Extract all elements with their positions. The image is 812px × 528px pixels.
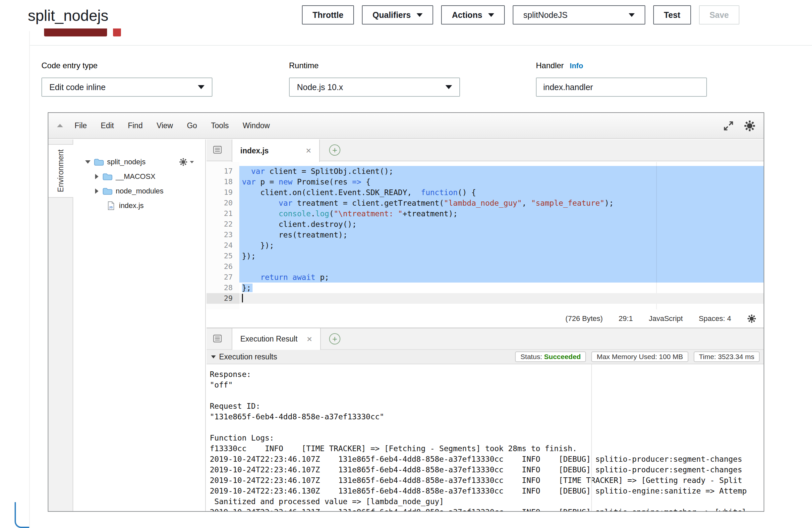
gutter-line-28[interactable]: 28	[206, 282, 239, 293]
results-tabbar: Execution Result × +	[206, 327, 764, 349]
environment-tab[interactable]: Environment	[48, 144, 73, 198]
indent-setting[interactable]: Spaces: 4	[699, 314, 731, 323]
collapse-panel-icon[interactable]	[57, 124, 63, 127]
pane-list-icon[interactable]	[213, 145, 222, 156]
throttle-label: Throttle	[313, 10, 343, 20]
status-badge: Time: 3523.34 ms	[694, 351, 760, 362]
tree-item-split_nodejs[interactable]: split_nodejs	[74, 155, 205, 169]
alias-select[interactable]: splitNodeJS	[513, 5, 645, 25]
header-divider	[29, 45, 812, 46]
code-line-27[interactable]: return await p;	[239, 272, 764, 282]
code-line-23[interactable]: res(treatment);	[239, 230, 764, 240]
test-button[interactable]: Test	[653, 5, 691, 25]
gutter-line-21[interactable]: 21	[206, 208, 239, 219]
code-line-19[interactable]: client.on(client.Event.SDK_READY, functi…	[239, 187, 764, 198]
svg-text:JS: JS	[109, 206, 112, 209]
gutter-line-27[interactable]: 27	[206, 272, 239, 282]
disclosure-down-icon	[211, 355, 216, 358]
editor-tabbar: index.js × +	[206, 140, 764, 161]
environment-tab-label: Environment	[56, 149, 65, 192]
throttle-button[interactable]: Throttle	[302, 5, 354, 25]
code-line-29[interactable]	[239, 293, 764, 304]
editor-menubar: FileEditFindViewGoToolsWindow	[48, 113, 764, 139]
alias-value: splitNodeJS	[523, 10, 567, 20]
statusbar-gear-icon[interactable]	[747, 314, 756, 323]
chevron-down-icon	[198, 85, 204, 89]
pane-list-icon[interactable]	[213, 334, 222, 345]
caret-down-icon[interactable]	[85, 160, 90, 164]
code-line-28[interactable]: };	[239, 282, 764, 293]
code-entry-type-label: Code entry type	[41, 61, 213, 71]
editor-status-bar: (726 Bytes) 29:1 JavaScript Spaces: 4	[206, 309, 764, 327]
tree-item-label: index.js	[119, 201, 144, 210]
log-line: 2019-10-24T22:23:46.130Z 131e865f-6eb4-4…	[210, 486, 764, 496]
tab-index-js[interactable]: index.js ×	[232, 140, 320, 162]
qualifiers-button[interactable]: Qualifiers	[362, 5, 433, 25]
menu-tools[interactable]: Tools	[204, 121, 236, 130]
menu-file[interactable]: File	[68, 121, 94, 130]
result-badges: Status: SucceededMax Memory Used: 100 MB…	[515, 351, 760, 362]
tree-item-node_modules[interactable]: node_modules	[74, 184, 205, 199]
log-line: Response:	[210, 369, 764, 380]
language-mode[interactable]: JavaScript	[649, 314, 683, 323]
editor-body: Environment split_nodejs__MACOSXnode_mod…	[48, 140, 764, 511]
tree-settings-gear-icon[interactable]	[179, 158, 194, 166]
cursor-position[interactable]: 29:1	[619, 314, 633, 323]
handler-info-link[interactable]: Info	[570, 62, 583, 70]
close-tab-icon[interactable]: ×	[307, 335, 312, 344]
chevron-down-icon	[629, 13, 635, 17]
handler-input[interactable]	[536, 77, 707, 97]
qualifiers-label: Qualifiers	[373, 10, 411, 20]
menu-window[interactable]: Window	[236, 121, 277, 130]
gutter-line-23[interactable]: 23	[206, 230, 239, 240]
fullscreen-icon[interactable]	[723, 120, 734, 131]
gutter-line-26[interactable]: 26	[206, 261, 239, 272]
selection-chunk: };	[242, 283, 252, 292]
gutter[interactable]: 17181920212223242526272829	[206, 162, 239, 309]
log-line: 2019-10-24T22:23:46.107Z 131e865f-6eb4-4…	[210, 454, 764, 465]
code-entry-type-select[interactable]: Edit code inline	[41, 77, 213, 97]
code-line-25[interactable]: });	[239, 251, 764, 261]
tab-execution-result[interactable]: Execution Result ×	[232, 328, 321, 350]
menu-edit[interactable]: Edit	[94, 121, 121, 130]
code-line-18[interactable]: var p = new Promise(res => {	[239, 177, 764, 187]
tab-label: Execution Result	[240, 335, 298, 343]
menu-go[interactable]: Go	[180, 121, 204, 130]
gutter-line-17[interactable]: 17	[206, 166, 239, 177]
add-tab-icon[interactable]: +	[329, 144, 340, 156]
gutter-line-29[interactable]: 29	[206, 293, 239, 304]
code-line-17[interactable]: var client = SplitObj.client();	[239, 166, 764, 177]
add-tab-icon[interactable]: +	[329, 333, 340, 344]
execution-results-label: Execution results	[219, 352, 277, 362]
gutter-line-22[interactable]: 22	[206, 219, 239, 230]
chevron-down-icon	[446, 85, 452, 89]
execution-results-toggle[interactable]: Execution results	[211, 352, 277, 362]
caret-right-icon[interactable]	[95, 189, 99, 194]
code-scroll[interactable]: var client = SplitObj.client();var p = n…	[239, 162, 764, 309]
gutter-line-19[interactable]: 19	[206, 187, 239, 198]
preferences-gear-icon[interactable]	[744, 120, 756, 132]
runtime-select[interactable]: Node.js 10.x	[289, 77, 460, 97]
code-line-26[interactable]	[239, 261, 764, 272]
actions-button[interactable]: Actions	[441, 5, 505, 25]
code-line-24[interactable]: });	[239, 240, 764, 251]
menu-find[interactable]: Find	[121, 121, 150, 130]
code-area[interactable]: 17181920212223242526272829 var client = …	[206, 162, 764, 309]
code-line-21[interactable]: console.log("\ntreatment: "+treatment);	[239, 208, 764, 219]
tree-item-__MACOSX[interactable]: __MACOSX	[74, 169, 205, 184]
close-tab-icon[interactable]: ×	[306, 146, 311, 155]
tree-item-index.js[interactable]: JSindex.js	[74, 199, 205, 213]
code-line-20[interactable]: var treatment = client.getTreatment("lam…	[239, 198, 764, 208]
gutter-line-18[interactable]: 18	[206, 177, 239, 187]
gutter-line-20[interactable]: 20	[206, 198, 239, 208]
gutter-line-25[interactable]: 25	[206, 251, 239, 261]
gutter-line-24[interactable]: 24	[206, 240, 239, 251]
actions-label: Actions	[452, 10, 482, 20]
caret-right-icon[interactable]	[95, 174, 99, 179]
code-line-22[interactable]: client.destroy();	[239, 219, 764, 230]
folder-icon	[94, 158, 104, 166]
status-badge: Status: Succeeded	[515, 351, 586, 362]
save-button[interactable]: Save	[699, 5, 739, 25]
runtime-group: Runtime Node.js 10.x	[289, 61, 460, 97]
menu-view[interactable]: View	[149, 121, 180, 130]
